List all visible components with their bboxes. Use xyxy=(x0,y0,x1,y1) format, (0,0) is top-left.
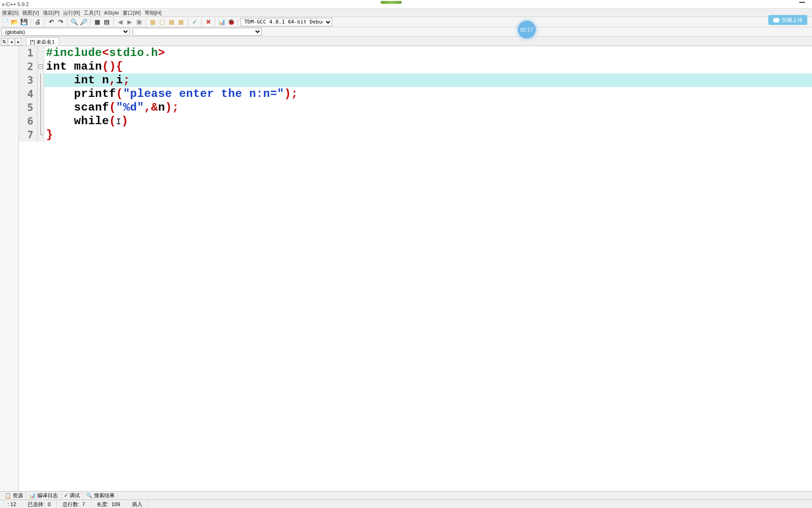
fold-gutter[interactable] xyxy=(38,73,44,87)
separator xyxy=(238,18,238,26)
fold-collapse-icon[interactable]: − xyxy=(39,64,43,69)
bottom-tab[interactable]: 📋资源 xyxy=(2,492,26,500)
menu-item[interactable]: 窗口[W] xyxy=(123,8,141,16)
upload-button[interactable]: 拍摄上传 xyxy=(768,15,807,25)
code-line[interactable]: 3 int n,i; xyxy=(19,73,812,87)
close-icon[interactable]: ✖ xyxy=(204,18,212,26)
recording-indicator xyxy=(381,1,402,4)
separator xyxy=(146,18,146,26)
chart-icon[interactable]: 📊 xyxy=(218,18,226,26)
code-text[interactable]: scanf("%d",&n); xyxy=(44,101,179,114)
compiler-select[interactable]: TDM-GCC 4.8.1 64-bit Debug xyxy=(241,18,332,26)
tab-label: 编译日志 xyxy=(37,492,58,499)
code-line[interactable]: 2−int main(){ xyxy=(19,60,812,73)
function-select[interactable] xyxy=(133,28,262,36)
open-icon[interactable]: 📂 xyxy=(10,18,19,26)
menu-item[interactable]: 运行[R] xyxy=(63,8,80,16)
separator xyxy=(90,18,91,26)
redo-icon[interactable]: ↷ xyxy=(56,18,65,26)
grid3-icon[interactable]: ▦ xyxy=(167,18,176,26)
menu-item[interactable]: 搜索[S] xyxy=(2,8,18,16)
tab-next-icon[interactable]: ▸ xyxy=(15,38,22,46)
tab-row: ⇅ ◂ ▸ [*] 未命名1 xyxy=(0,37,812,46)
find-icon[interactable]: 🔍 xyxy=(70,18,78,26)
debug-icon[interactable]: 🐞 xyxy=(227,18,235,26)
code-line[interactable]: 5 scanf("%d",&n); xyxy=(19,101,812,114)
status-col: : 12 xyxy=(2,500,22,508)
tab-nav-icon[interactable]: ⇅ xyxy=(1,38,8,46)
code-editor[interactable]: 1#include<stdio.h>2−int main(){3 int n,i… xyxy=(19,46,812,491)
status-bar: : 12 已选择: 0 总行数: 7 长度: 109 插入 xyxy=(0,500,812,508)
print-icon[interactable]: 🖨 xyxy=(33,18,42,26)
layout2-icon[interactable]: ▤ xyxy=(102,18,111,26)
line-number: 1 xyxy=(19,46,38,60)
menu-item[interactable]: 项目[P] xyxy=(43,8,59,16)
line-number: 2 xyxy=(19,60,38,73)
bottom-tab[interactable]: 📊编译日志 xyxy=(26,492,61,500)
code-line[interactable]: 6 while(I) xyxy=(19,114,812,128)
separator xyxy=(215,18,215,26)
separator xyxy=(31,18,31,26)
menu-item[interactable]: 视图[V] xyxy=(22,8,39,16)
separator xyxy=(187,18,188,26)
bottom-tabs: 📋资源📊编译日志✓调试🔍搜索结果 xyxy=(0,491,812,500)
fold-gutter[interactable] xyxy=(38,101,44,114)
indent-right-icon[interactable]: ▶ xyxy=(125,18,134,26)
tab-label: 资源 xyxy=(13,492,23,499)
bottom-tab[interactable]: 🔍搜索结果 xyxy=(83,492,118,500)
file-tab[interactable]: [*] 未命名1 xyxy=(26,37,59,46)
fold-gutter[interactable]: − xyxy=(38,60,44,73)
title-bar: v-C++ 5.9.2 xyxy=(0,0,812,8)
separator xyxy=(44,18,45,26)
project-panel xyxy=(0,46,19,491)
layout1-icon[interactable]: ▦ xyxy=(93,18,102,26)
timer-badge[interactable]: 02:17 xyxy=(518,21,536,39)
upload-label: 拍摄上传 xyxy=(782,16,803,24)
code-text[interactable]: int n,i; xyxy=(44,74,130,87)
indent-left-icon[interactable]: ◀ xyxy=(116,18,125,26)
menu-item[interactable]: AStyle xyxy=(104,8,119,16)
grid2-icon[interactable]: ▢ xyxy=(158,18,166,26)
bookmark-icon[interactable]: ▣ xyxy=(135,18,143,26)
separator xyxy=(201,18,202,26)
separator xyxy=(67,18,68,26)
code-line[interactable]: 4 printf("please enter the n:n="); xyxy=(19,87,812,101)
tab-label: 调试 xyxy=(70,492,80,499)
save-icon[interactable]: 💾 xyxy=(20,18,28,26)
new-file-icon[interactable]: 📄 xyxy=(1,18,9,26)
code-text[interactable]: printf("please enter the n:n="); xyxy=(44,87,298,100)
separator xyxy=(113,18,114,26)
code-text[interactable]: #include<stdio.h> xyxy=(44,47,165,59)
code-line[interactable]: 1#include<stdio.h> xyxy=(19,46,812,60)
tab-icon: 🔍 xyxy=(86,492,93,499)
bottom-tab[interactable]: ✓调试 xyxy=(61,492,83,500)
app-title: v-C++ 5.9.2 xyxy=(2,1,29,7)
scope-select[interactable]: (globals) xyxy=(1,28,130,36)
code-text[interactable]: } xyxy=(44,128,53,141)
replace-icon[interactable]: 🔎 xyxy=(79,18,88,26)
tab-prev-icon[interactable]: ◂ xyxy=(8,38,15,46)
menu-bar: 搜索[S]视图[V]项目[P]运行[R]工具[T]AStyle窗口[W]帮助[H… xyxy=(0,8,812,17)
code-line[interactable]: 7} xyxy=(19,128,812,142)
grid4-icon[interactable]: ▦ xyxy=(177,18,185,26)
line-number: 5 xyxy=(19,101,38,114)
editor-area[interactable]: 1#include<stdio.h>2−int main(){3 int n,i… xyxy=(0,46,812,491)
tab-icon: 📊 xyxy=(29,492,36,499)
menu-item[interactable]: 帮助[H] xyxy=(145,8,162,16)
status-lines: 总行数: 7 xyxy=(57,500,91,508)
fold-gutter[interactable] xyxy=(38,87,44,101)
fold-gutter[interactable] xyxy=(38,114,44,128)
status-selection: 已选择: 0 xyxy=(22,500,56,508)
fold-gutter[interactable] xyxy=(38,128,44,142)
menu-item[interactable]: 工具[T] xyxy=(84,8,100,16)
line-number: 7 xyxy=(19,128,38,142)
code-text[interactable]: while(I) xyxy=(44,115,128,127)
line-number: 3 xyxy=(19,73,38,87)
minimize-button[interactable] xyxy=(799,2,805,3)
compile-icon[interactable]: ✓ xyxy=(190,18,199,26)
code-text[interactable]: int main(){ xyxy=(44,60,123,73)
undo-icon[interactable]: ↶ xyxy=(47,18,55,26)
grid1-icon[interactable]: ▦ xyxy=(148,18,157,26)
fold-gutter[interactable] xyxy=(38,46,44,60)
tab-icon: 📋 xyxy=(5,492,11,499)
